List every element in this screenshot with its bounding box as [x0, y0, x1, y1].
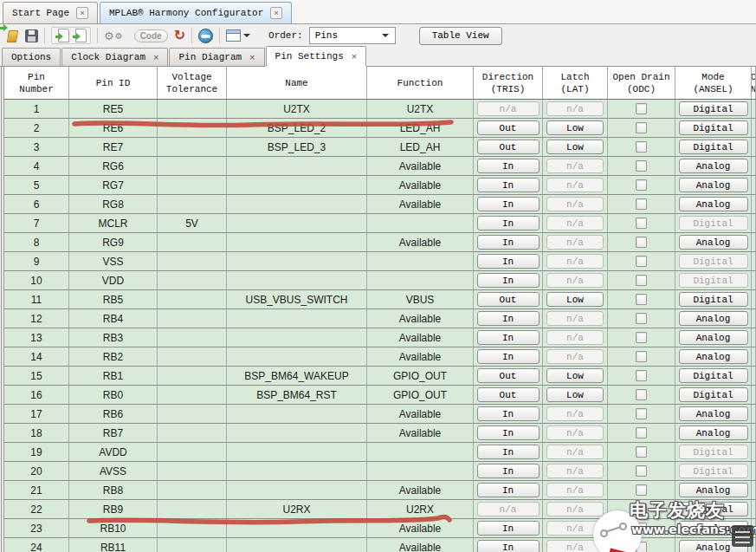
open-drain-checkbox[interactable]	[636, 103, 647, 114]
pin-name-cell[interactable]	[227, 233, 367, 251]
open-drain-checkbox[interactable]	[636, 370, 647, 381]
pin-name-cell[interactable]	[227, 176, 367, 194]
mode-button[interactable]: Digital	[679, 368, 748, 383]
latch-button[interactable]: n/a	[546, 425, 604, 440]
import-config-icon[interactable]	[55, 29, 69, 42]
open-drain-checkbox[interactable]	[636, 484, 647, 496]
latch-button[interactable]: Low	[546, 140, 604, 154]
direction-button[interactable]: Out	[477, 292, 540, 307]
open-drain-checkbox[interactable]	[636, 294, 647, 305]
latch-button[interactable]: Low	[546, 368, 604, 383]
order-select[interactable]: Pins	[309, 27, 396, 44]
open-icon[interactable]	[6, 29, 19, 42]
mode-button[interactable]: Analog	[679, 330, 748, 345]
mode-button[interactable]: Digital	[679, 387, 748, 402]
open-drain-checkbox[interactable]	[636, 542, 647, 552]
window-layout-button[interactable]	[226, 29, 250, 42]
direction-button[interactable]: In	[477, 464, 540, 478]
table-view-button[interactable]: Table View	[419, 27, 502, 45]
direction-button[interactable]: Out	[477, 120, 540, 135]
mode-button[interactable]: Analog	[679, 159, 748, 173]
latch-button[interactable]: n/a	[546, 349, 604, 364]
mode-button[interactable]: Analog	[679, 349, 748, 364]
direction-button[interactable]: In	[477, 311, 540, 326]
harmony-icon[interactable]	[198, 29, 213, 43]
regenerate-icon[interactable]: ↻	[174, 29, 185, 42]
direction-button[interactable]: Out	[477, 368, 540, 383]
pin-name-cell[interactable]: U2TX	[227, 100, 367, 118]
view-tab[interactable]: Clock Diagram ×	[61, 48, 168, 66]
direction-button[interactable]: In	[477, 178, 540, 192]
pin-name-cell[interactable]	[227, 347, 367, 366]
close-icon[interactable]: ×	[76, 7, 88, 19]
open-drain-checkbox[interactable]	[636, 122, 647, 133]
latch-button[interactable]: n/a	[546, 101, 604, 116]
latch-button[interactable]: n/a	[546, 330, 604, 345]
direction-button[interactable]: Out	[477, 140, 540, 154]
direction-button[interactable]: In	[477, 216, 540, 231]
mode-button[interactable]: Digital	[679, 254, 748, 269]
mode-button[interactable]: Analog	[679, 235, 748, 250]
pin-name-cell[interactable]: USB_VBUS_SWITCH	[227, 290, 367, 308]
direction-button[interactable]: Out	[477, 387, 540, 402]
latch-button[interactable]: n/a	[546, 502, 604, 516]
open-drain-checkbox[interactable]	[636, 218, 647, 229]
direction-button[interactable]: In	[477, 425, 540, 440]
direction-button[interactable]: In	[477, 159, 540, 173]
close-icon[interactable]: ×	[249, 52, 255, 62]
mode-button[interactable]: Digital	[679, 273, 748, 288]
pin-name-cell[interactable]	[227, 424, 367, 442]
pin-name-cell[interactable]: U2RX	[227, 500, 367, 518]
export-config-icon[interactable]	[73, 29, 87, 42]
open-drain-checkbox[interactable]	[636, 503, 647, 515]
mode-button[interactable]: Analog	[679, 425, 748, 440]
pin-name-cell[interactable]	[227, 309, 367, 328]
pin-name-cell[interactable]	[227, 405, 367, 423]
pin-name-cell[interactable]	[227, 252, 367, 270]
direction-button[interactable]: In	[477, 521, 540, 536]
pin-name-cell[interactable]	[227, 157, 367, 175]
latch-button[interactable]: n/a	[546, 483, 604, 497]
direction-button[interactable]: n/a	[477, 101, 540, 116]
open-drain-checkbox[interactable]	[636, 141, 647, 153]
close-icon[interactable]: ×	[270, 7, 282, 19]
direction-button[interactable]: In	[477, 273, 540, 288]
pin-name-cell[interactable]	[227, 481, 367, 499]
pin-name-cell[interactable]	[227, 271, 367, 289]
mode-button[interactable]: Digital	[679, 502, 748, 516]
open-drain-checkbox[interactable]	[636, 332, 647, 343]
direction-button[interactable]: In	[477, 540, 540, 552]
direction-button[interactable]: In	[477, 406, 540, 421]
mode-button[interactable]: Analog	[679, 521, 748, 536]
direction-button[interactable]: In	[477, 483, 540, 497]
direction-button[interactable]: In	[477, 349, 540, 364]
mode-button[interactable]: Analog	[679, 540, 748, 552]
pin-name-cell[interactable]: BSP_BM64_RST	[227, 386, 367, 404]
latch-button[interactable]: n/a	[546, 197, 604, 211]
latch-button[interactable]: n/a	[546, 406, 604, 421]
latch-button[interactable]: n/a	[546, 445, 604, 459]
editor-tab[interactable]: MPLAB® Harmony Configurator ×	[100, 2, 292, 23]
mode-button[interactable]: Analog	[679, 197, 748, 211]
generate-code-icon[interactable]: ⚙ ⚙ Code	[104, 29, 168, 42]
close-icon[interactable]: ×	[153, 52, 158, 62]
latch-button[interactable]: n/a	[546, 216, 604, 231]
pin-name-cell[interactable]	[227, 462, 367, 480]
direction-button[interactable]: In	[477, 254, 540, 269]
direction-button[interactable]: In	[477, 445, 540, 459]
open-drain-checkbox[interactable]	[636, 198, 647, 210]
pin-name-cell[interactable]	[227, 195, 367, 213]
save-icon[interactable]	[25, 29, 38, 42]
mode-button[interactable]: Analog	[679, 311, 748, 326]
latch-button[interactable]: n/a	[546, 254, 604, 269]
latch-button[interactable]: n/a	[546, 464, 604, 478]
direction-button[interactable]: n/a	[477, 502, 540, 516]
mode-button[interactable]: Analog	[679, 178, 748, 192]
mode-button[interactable]: Digital	[679, 101, 748, 116]
open-drain-checkbox[interactable]	[636, 275, 647, 286]
mode-button[interactable]: Digital	[679, 216, 748, 231]
editor-tab[interactable]: Start Page ×	[3, 2, 98, 23]
open-drain-checkbox[interactable]	[636, 351, 647, 362]
open-drain-checkbox[interactable]	[636, 313, 647, 324]
direction-button[interactable]: In	[477, 197, 540, 211]
